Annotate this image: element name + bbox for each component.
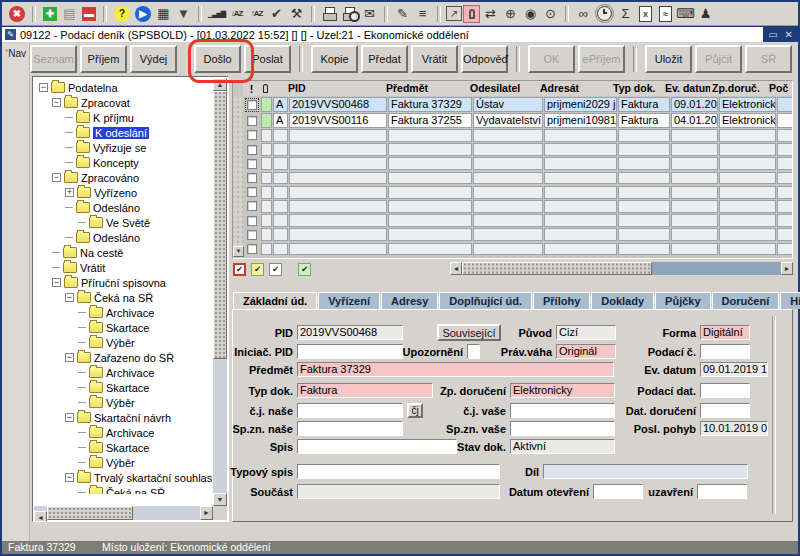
podaci-dat-field[interactable] xyxy=(700,383,750,398)
statistics-bars-icon[interactable]: ▁▃▅▇ xyxy=(207,5,226,23)
tree-toggle-minus-icon[interactable]: − xyxy=(39,83,48,92)
column-header-pocet[interactable]: Poč xyxy=(767,81,793,96)
flag-filter-yellow-icon[interactable]: ✔ xyxy=(251,263,264,276)
row-checkbox[interactable] xyxy=(247,244,257,254)
row-checkbox[interactable] xyxy=(247,216,257,226)
signpost-icon[interactable]: ⇄ xyxy=(481,5,500,23)
tab-doruceni[interactable]: Doručení xyxy=(712,292,780,309)
action-button-prijem[interactable]: Příjem xyxy=(80,45,127,73)
tree-item[interactable]: Archivace xyxy=(35,305,212,320)
mail-icon[interactable]: ✉ xyxy=(360,5,379,23)
action-button-seznam[interactable]: Seznam xyxy=(30,45,77,73)
tree-toggle-minus-icon[interactable]: − xyxy=(65,293,74,302)
action-button-ulozit[interactable]: Uložit xyxy=(645,45,692,73)
tree-item[interactable]: −Zařazeno do SŘ xyxy=(35,350,212,365)
close-window-icon[interactable]: ✕ xyxy=(785,29,793,40)
grid-scroll-right-icon[interactable]: ► xyxy=(781,262,793,275)
scroll-up-icon[interactable]: ▲ xyxy=(213,78,227,91)
tree-item[interactable]: Na cestě xyxy=(35,245,212,260)
tree-item[interactable]: Vyřizuje se xyxy=(35,140,212,155)
tools-icon[interactable]: ⚒ xyxy=(287,5,306,23)
column-header-urgent[interactable]: ! xyxy=(243,81,260,96)
cj-nase-field[interactable] xyxy=(297,403,403,418)
tree-item[interactable]: −Příruční spisovna xyxy=(35,275,212,290)
print-icon[interactable] xyxy=(320,5,339,23)
delete-icon[interactable]: ▬ xyxy=(82,7,96,21)
row-checkbox[interactable] xyxy=(247,187,257,197)
run-icon[interactable]: ▶ xyxy=(135,6,151,22)
tab-doplnujici-ud[interactable]: Doplňující úd. xyxy=(439,292,532,309)
excel-export-icon[interactable]: x xyxy=(639,6,652,22)
row-checkbox[interactable] xyxy=(247,145,257,155)
tree-item[interactable]: Archivace xyxy=(35,365,212,380)
add-icon[interactable]: ✚ xyxy=(43,7,57,21)
calendar-icon[interactable]: ▦ xyxy=(154,5,173,23)
action-button-ok[interactable]: OK xyxy=(528,45,575,73)
scroll-right-icon[interactable]: ► xyxy=(200,506,213,520)
row-checkbox[interactable] xyxy=(247,173,257,183)
tab-doklady[interactable]: Doklady xyxy=(591,292,654,309)
glasses-icon[interactable]: ∞ xyxy=(574,5,593,23)
export-icon[interactable]: ↗ xyxy=(446,6,462,21)
action-button-sr[interactable]: SŘ xyxy=(745,45,792,73)
action-button-pujcit[interactable]: Půjčit xyxy=(695,45,742,73)
action-button-eprijem[interactable]: ePříjem xyxy=(578,45,625,73)
grid-row-gutter[interactable] xyxy=(233,96,243,258)
tree-item[interactable]: Čeká na SŘ xyxy=(35,485,212,494)
confirm-icon[interactable]: ✔ xyxy=(267,5,286,23)
tree-item[interactable]: Ve Světě xyxy=(35,215,212,230)
sum-icon[interactable]: Σ xyxy=(616,5,635,23)
eye-icon[interactable]: ⊙ xyxy=(541,5,560,23)
column-header-typ-dok[interactable]: Typ dok. xyxy=(611,81,663,96)
tasklist-icon[interactable]: ≡ xyxy=(413,5,432,23)
tree-horizontal-scrollbar[interactable]: ◄ ► xyxy=(34,506,213,520)
tab-prilohy[interactable]: Přílohy xyxy=(533,292,590,309)
tree-item[interactable]: Výběr xyxy=(35,395,212,410)
tree-item[interactable]: Skartace xyxy=(35,320,212,335)
action-button-vratit[interactable]: Vrátit xyxy=(411,45,458,73)
column-header-zp-doruc[interactable]: Zp.doruč. xyxy=(710,81,767,96)
filter-icon[interactable]: ▼ xyxy=(174,5,193,23)
tree-item[interactable]: Vrátit xyxy=(35,260,212,275)
tree-toggle-minus-icon[interactable]: − xyxy=(65,413,74,422)
tree-item[interactable]: Skartace xyxy=(35,380,212,395)
row-checkbox[interactable] xyxy=(247,201,257,211)
action-button-poslat[interactable]: Poslat xyxy=(244,45,291,73)
action-button-odpoved[interactable]: Odpověď xyxy=(461,45,508,73)
close-icon[interactable]: ✖ xyxy=(9,6,25,22)
tree-item[interactable]: Odesláno xyxy=(35,230,212,245)
tab-zakladni-ud[interactable]: Základní úd. xyxy=(233,292,317,309)
flag-filter-red-icon[interactable]: ✔ xyxy=(233,263,246,276)
tree-toggle-minus-icon[interactable]: − xyxy=(52,98,61,107)
nav-rail[interactable]: °Nav xyxy=(2,44,30,541)
column-header-attachment[interactable] xyxy=(260,81,271,96)
tree-toggle-minus-icon[interactable]: − xyxy=(52,173,61,182)
tree-item[interactable]: K odeslání xyxy=(35,125,212,140)
sort-ascending-icon[interactable]: ↓AZ xyxy=(227,5,246,23)
restore-window-icon[interactable]: ▭ xyxy=(768,29,777,40)
tree-toggle-minus-icon[interactable]: − xyxy=(65,353,74,362)
flag-filter-white-icon[interactable]: ✔ xyxy=(269,263,282,276)
compass-icon[interactable]: ◉ xyxy=(521,5,540,23)
grid-hscroll-thumb[interactable] xyxy=(462,262,652,275)
column-header-ev-datum[interactable]: Ev. datum xyxy=(663,81,710,96)
print-preview-icon[interactable] xyxy=(340,5,359,23)
grid-horizontal-scrollbar[interactable]: ◄ ► xyxy=(450,262,793,275)
report-icon[interactable]: ≈ xyxy=(659,6,672,22)
column-header-flag[interactable] xyxy=(271,81,286,96)
tab-pujcky[interactable]: Půjčky xyxy=(655,292,710,309)
column-header-adresat[interactable]: Adresát xyxy=(538,81,611,96)
attachment-paperclip-icon[interactable] xyxy=(463,5,480,23)
tab-vyrizeni[interactable]: Vyřízení xyxy=(318,292,380,309)
tree-item[interactable]: −Čeká na SŘ xyxy=(35,290,212,305)
tree-toggle-minus-icon[interactable]: − xyxy=(65,473,74,482)
edit-icon[interactable]: ✎ xyxy=(393,5,412,23)
tree-hscroll-thumb[interactable] xyxy=(47,506,133,520)
tree-item[interactable]: Koncepty xyxy=(35,155,212,170)
tree-item[interactable]: −Zpracovat xyxy=(35,95,212,110)
row-checkbox[interactable] xyxy=(247,159,257,169)
tree-toggle-plus-icon[interactable]: + xyxy=(65,188,74,197)
column-header-odesilatel[interactable]: Odesilatel xyxy=(468,81,538,96)
tree-item[interactable]: −Podatelna xyxy=(35,80,212,95)
tree-toggle-minus-icon[interactable]: − xyxy=(52,278,61,287)
